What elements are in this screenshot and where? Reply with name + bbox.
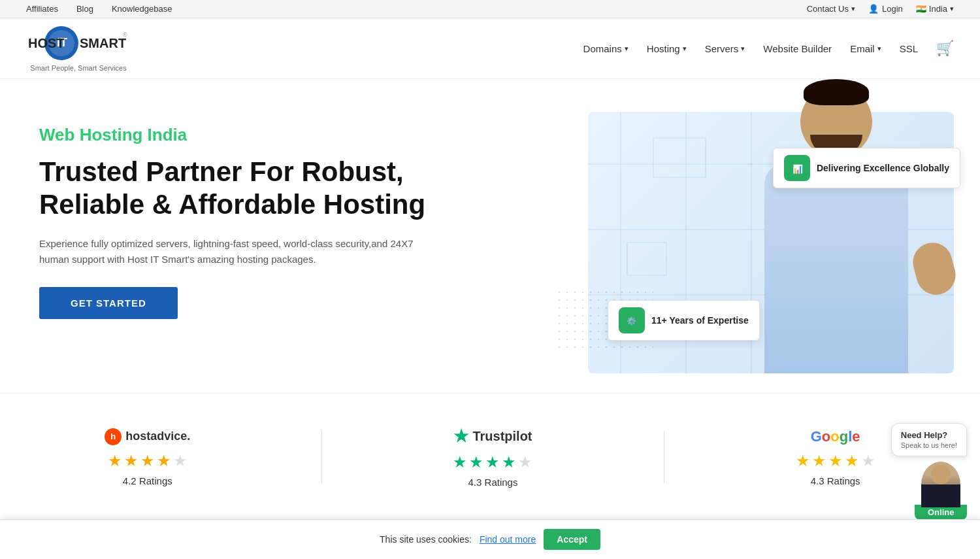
hero-title-line2: Reliable & Affordable Hosting [39, 189, 425, 220]
trustpilot-rating: ★ Trustpilot ★ ★ ★ ★ ★ 4.3 Ratings [453, 426, 532, 488]
login-label: Login [882, 4, 903, 14]
knowledgebase-link[interactable]: Knowledgebase [112, 4, 172, 14]
ratings-section: h hostadvice. ★ ★ ★ ★ ★ 4.2 Ratings ★ Tr… [0, 393, 980, 520]
contact-chevron-icon: ▾ [851, 5, 855, 13]
cookie-bar: This site uses cookies: Find out more Ac… [0, 519, 980, 559]
country-chevron-icon: ▾ [950, 5, 954, 13]
trustpilot-star-icon: ★ [453, 426, 468, 447]
country-selector[interactable]: 🇮🇳 India ▾ [916, 4, 954, 14]
g-star-2: ★ [812, 452, 826, 470]
chat-title: Need Help? [901, 430, 957, 440]
domains-chevron-icon: ▾ [625, 44, 629, 53]
star-4: ★ [157, 452, 171, 470]
hostadvice-rating: h hostadvice. ★ ★ ★ ★ ★ 4.2 Ratings [105, 428, 190, 486]
star-1: ★ [108, 452, 122, 470]
top-bar-right: Contact Us ▾ 👤 Login 🇮🇳 India ▾ [807, 4, 954, 14]
get-started-button[interactable]: GET STARTED [39, 287, 178, 319]
badge-excellence: 📊 Delivering Excellence Globally [773, 148, 960, 188]
hero-title: Trusted Partner For Robust, Reliable & A… [39, 156, 431, 222]
google-logo: Google [796, 428, 875, 445]
hosting-chevron-icon: ▾ [683, 44, 687, 53]
hero-subtitle: Web Hosting India [39, 125, 431, 145]
person-head [800, 86, 872, 158]
nav-links: Domains ▾ Hosting ▾ Servers ▾ Website Bu… [583, 40, 954, 57]
svg-text:⚙️: ⚙️ [627, 316, 636, 326]
cookie-find-out-link[interactable]: Find out more [480, 534, 536, 545]
svg-text:®: ® [123, 31, 127, 38]
logo-tagline: Smart People, Smart Services [30, 64, 126, 72]
nav-servers[interactable]: Servers ▾ [705, 43, 745, 54]
trustpilot-rating-count: 4.3 Ratings [453, 477, 532, 488]
logo-svg: IT HOST SMART ® [26, 25, 131, 63]
chat-bubble: Need Help? Speak to us here! [891, 423, 967, 456]
badge-excellence-text: Delivering Excellence Globally [817, 163, 949, 173]
person-body [764, 164, 908, 373]
star-5: ★ [173, 452, 188, 470]
contact-us-label: Contact Us [807, 4, 849, 14]
google-rating: Google ★ ★ ★ ★ ★ 4.3 Ratings [796, 428, 875, 486]
chat-avatar [921, 462, 960, 507]
cart-button[interactable]: 🛒 [936, 40, 954, 57]
tp-star-1: ★ [453, 453, 467, 471]
g-star-1: ★ [796, 452, 810, 470]
hero-section: Web Hosting India Trusted Partner For Ro… [0, 79, 980, 393]
hero-description: Experience fully optimized servers, ligh… [39, 236, 431, 267]
svg-rect-14 [627, 243, 666, 275]
hero-right: 📊 Delivering Excellence Globally ⚙️ 11+ … [588, 112, 954, 373]
nav-website-builder[interactable]: Website Builder [763, 43, 832, 54]
chat-subtitle: Speak to us here! [901, 441, 957, 449]
badge-years-text: 11+ Years of Expertise [651, 315, 749, 326]
cookie-accept-button[interactable]: Accept [544, 529, 600, 550]
svg-text:📊: 📊 [792, 164, 804, 175]
nav-servers-label: Servers [705, 43, 739, 54]
chat-widget[interactable]: Need Help? Speak to us here! Online [891, 423, 967, 520]
svg-rect-12 [653, 138, 706, 177]
svg-text:HOST: HOST [28, 36, 65, 50]
nav-email[interactable]: Email ▾ [850, 43, 881, 54]
google-logo-text: Google [811, 428, 860, 445]
nav-ssl[interactable]: SSL [900, 43, 918, 54]
trustpilot-logo-text: Trustpilot [472, 429, 532, 444]
excellence-svg: 📊 [790, 161, 804, 175]
badge-years: ⚙️ 11+ Years of Expertise [608, 300, 760, 341]
tp-star-3: ★ [485, 453, 500, 471]
blog-link[interactable]: Blog [76, 4, 93, 14]
nav-email-label: Email [850, 43, 875, 54]
avatar-body [921, 484, 960, 507]
india-flag-icon: 🇮🇳 [916, 4, 926, 14]
nav-ssl-label: SSL [900, 43, 918, 54]
trustpilot-logo: ★ Trustpilot [453, 426, 532, 447]
tp-star-4: ★ [502, 453, 516, 471]
hostadvice-logo-text: hostadvice. [125, 430, 190, 443]
login-button[interactable]: 👤 Login [868, 4, 903, 14]
nav-website-builder-label: Website Builder [763, 43, 832, 54]
hero-left: Web Hosting India Trusted Partner For Ro… [39, 112, 431, 319]
top-bar-left: Affiliates Blog Knowledgebase [26, 4, 172, 14]
star-2: ★ [124, 452, 139, 470]
nav-hosting[interactable]: Hosting ▾ [647, 43, 687, 54]
nav-hosting-label: Hosting [647, 43, 680, 54]
star-3: ★ [140, 452, 155, 470]
g-star-4: ★ [845, 452, 859, 470]
google-rating-count: 4.3 Ratings [796, 475, 875, 486]
avatar-head [931, 465, 951, 484]
affiliates-link[interactable]: Affiliates [26, 4, 58, 14]
g-star-3: ★ [828, 452, 843, 470]
servers-chevron-icon: ▾ [741, 44, 745, 53]
country-label: India [929, 4, 947, 14]
svg-text:SMART: SMART [80, 36, 126, 50]
divider-1 [321, 431, 322, 483]
logo-area[interactable]: IT HOST SMART ® Smart People, Smart Serv… [26, 25, 131, 72]
email-chevron-icon: ▾ [877, 44, 881, 53]
years-icon: ⚙️ [619, 307, 645, 333]
nav-domains-label: Domains [583, 43, 622, 54]
hostadvice-icon: h [105, 428, 122, 445]
contact-us-link[interactable]: Contact Us ▾ [807, 4, 855, 14]
nav-domains[interactable]: Domains ▾ [583, 43, 629, 54]
cookie-text: This site uses cookies: [380, 534, 472, 545]
trustpilot-stars: ★ ★ ★ ★ ★ [453, 453, 532, 471]
hostadvice-stars: ★ ★ ★ ★ ★ [105, 452, 190, 470]
tp-star-2: ★ [469, 453, 483, 471]
years-svg: ⚙️ [625, 313, 639, 328]
tp-star-5: ★ [518, 453, 532, 471]
